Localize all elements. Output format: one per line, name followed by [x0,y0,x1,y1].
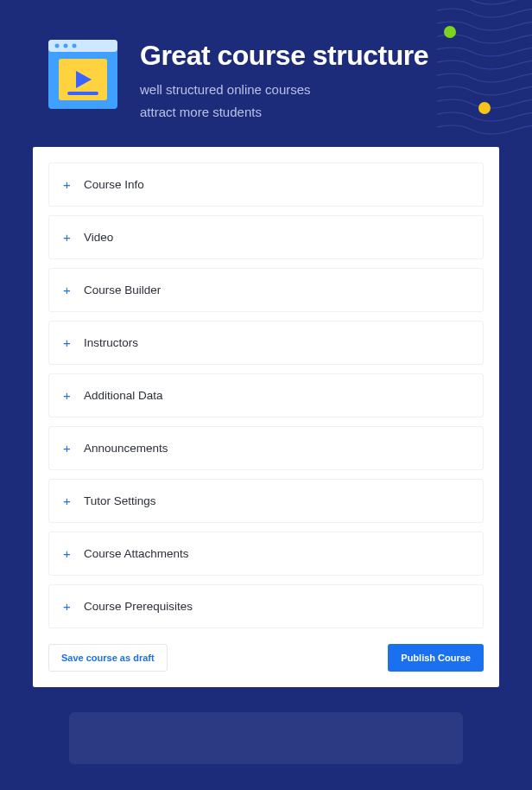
plus-icon: + [63,178,73,191]
svg-point-2 [55,44,60,48]
accordion-item-announcements[interactable]: +Announcements [48,426,484,470]
accordion-label: Instructors [84,336,138,349]
plus-icon: + [63,231,73,244]
page-header: Great course structure well structured o… [0,0,532,147]
accordion-item-video[interactable]: +Video [48,215,484,259]
accordion-item-additional-data[interactable]: +Additional Data [48,373,484,417]
course-sections-card: +Course Info+Video+Course Builder+Instru… [33,147,499,687]
plus-icon: + [63,389,73,402]
accordion-label: Course Info [84,178,144,191]
plus-icon: + [63,284,73,296]
accordion-label: Course Builder [84,284,161,296]
accordion-item-course-prerequisites[interactable]: +Course Prerequisites [48,584,484,628]
plus-icon: + [63,442,73,455]
accordion-label: Announcements [84,442,168,455]
accordion-item-instructors[interactable]: +Instructors [48,321,484,365]
svg-rect-6 [67,92,98,95]
plus-icon: + [63,600,73,613]
accordion-label: Additional Data [84,389,163,402]
plus-icon: + [63,494,73,507]
plus-icon: + [63,547,73,560]
accordion-item-course-builder[interactable]: +Course Builder [48,268,484,312]
action-row: Save course as draft Publish Course [48,644,484,672]
accordion-label: Course Attachments [84,547,189,560]
page-title: Great course structure [140,40,428,72]
accordion-label: Course Prerequisites [84,600,193,613]
accordion-label: Tutor Settings [84,494,156,507]
course-video-icon [48,40,117,109]
save-draft-button[interactable]: Save course as draft [48,644,168,672]
page-subtitle: well structured online courses attract m… [140,79,428,123]
svg-point-3 [64,44,68,48]
publish-course-button[interactable]: Publish Course [388,644,484,672]
accordion-item-course-info[interactable]: +Course Info [48,162,484,207]
plus-icon: + [63,336,73,349]
accordion-item-tutor-settings[interactable]: +Tutor Settings [48,479,484,523]
accordion-item-course-attachments[interactable]: +Course Attachments [48,532,484,576]
accordion-label: Video [84,231,113,244]
svg-point-4 [73,44,77,48]
background-card-shadow [69,712,463,764]
